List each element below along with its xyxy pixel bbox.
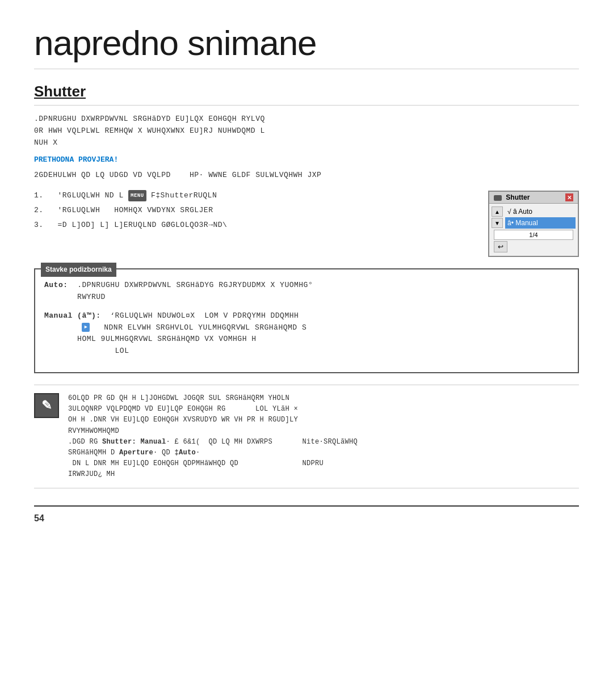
auto-option-line: Auto: .DPNRUGHU DXWRPDWVNL SRGHãDYG RGJR… xyxy=(44,280,569,303)
manual-option-line: Manual (â™): ‘RGLUQLWH NDUWOL¤X LOM V PD… xyxy=(44,310,569,357)
shutter-fraction-display: 1/4 xyxy=(494,230,573,240)
bottom-divider xyxy=(34,505,579,507)
shutter-scroll-up[interactable]: ▲ xyxy=(492,206,503,217)
note-line-1: 6OLQD PR GD QH H L]JOHGDWL JOGQR SUL SRG… xyxy=(68,393,358,404)
shutter-ui-body: ▲ ▼ √ â Auto â• Manual 1/4 ↩ xyxy=(489,204,578,256)
camera-icon xyxy=(494,195,502,201)
note-line-5: .DGD RG Shutter: Manual· £ 6&1( QD LQ MH… xyxy=(68,437,358,448)
note-line-7: DN L DNR MH EU]LQD EOHQGH QDPMHãWHQD QD … xyxy=(68,458,358,469)
section-title: Shutter xyxy=(34,83,579,106)
submenu-box-content: Auto: .DPNRUGHU DXWRPDWVNL SRGHãDYG RGJR… xyxy=(44,280,569,357)
auto-text: .DPNRUGHU DXWRPDWVNL SRGHãDYG RGJRYDUDMX… xyxy=(77,281,313,289)
menu-badge: MENU xyxy=(128,190,146,201)
sub-intro-text: 2GDEHULWH QD LQ UDGD VD VQLPD HP· WWNE G… xyxy=(34,170,579,182)
shutter-auto-option[interactable]: √ â Auto xyxy=(505,206,576,217)
step-3-text: =D L]OD] L] L]ERUQLND GØGLOLQO3R→ND\ xyxy=(58,221,228,229)
shutter-manual-label: â• Manual xyxy=(507,219,538,227)
step-1-prefix: 'RGLUQLWH ND L xyxy=(58,191,124,200)
note-line-4: RVYMHWOMHQMD xyxy=(68,426,358,437)
note-line-3: OH H .DNR VH EU]LQD EOHQGH XVSRUDYD WR V… xyxy=(68,415,358,425)
step-3-number: 3. xyxy=(34,221,44,229)
shutter-back-button[interactable]: ↩ xyxy=(494,241,507,252)
forward-icon: ► xyxy=(82,323,90,332)
page-number: 54 xyxy=(34,513,44,524)
intro-paragraph: .DPNRUGHU DXWRPDWVNL SRGHãDYD EU]LQX EOH… xyxy=(34,113,579,149)
note-pencil-icon: ✎ xyxy=(41,398,52,413)
shutter-close-button[interactable]: ✕ xyxy=(565,193,573,201)
steps-list: 1. 'RGLUQLWH ND L MENU F‡ShutterRUQLN 2.… xyxy=(34,188,477,257)
step-2-text: 'RGLUQLWH HOMHQX VWDYNX SRGLJER xyxy=(58,206,213,214)
step-1-number: 1. xyxy=(34,191,44,200)
note-line-2: 3ULOQNRP VQLPDQMD VD EU]LQP EOHQGH RG LO… xyxy=(68,404,358,415)
step-2-number: 2. xyxy=(34,206,44,214)
main-title: napredno snimane xyxy=(34,23,579,69)
shutter-scroll-down[interactable]: ▼ xyxy=(492,218,503,228)
note-icon-container: ✎ xyxy=(34,393,59,418)
previous-check-link[interactable]: PRETHODNA PROVJERA! xyxy=(34,155,579,164)
submenu-box-title: Stavke podizbornika xyxy=(41,263,116,276)
step-1: 1. 'RGLUQLWH ND L MENU F‡ShutterRUQLN xyxy=(34,188,477,203)
manual-line4: LOL xyxy=(115,347,129,355)
note-text-content: 6OLQD PR GD QH H L]JOHGDWL JOGQR SUL SRG… xyxy=(68,393,358,480)
manual-line2: NDNR ELVWH SRGHVLOL YULMHGQRVWL SRGHãHQM… xyxy=(99,323,306,332)
steps-container: 1. 'RGLUQLWH ND L MENU F‡ShutterRUQLN 2.… xyxy=(34,188,579,257)
shutter-ui-title-left: Shutter xyxy=(494,193,530,201)
step-3: 3. =D L]OD] L] L]ERUQLND GØGLOLQO3R→ND\ xyxy=(34,218,477,233)
note-line-6: SRGHãHQMH D Aperture· QD ‡Auto· xyxy=(68,448,358,458)
step-1-suffix: F‡ShutterRUQLN xyxy=(151,191,217,200)
auto-line2: RWYRUD xyxy=(77,293,106,301)
shutter-ui-title-text: Shutter xyxy=(506,193,530,201)
shutter-manual-option[interactable]: â• Manual xyxy=(505,217,576,229)
note-line-8: IRWRJUD¿ MH xyxy=(68,469,358,480)
auto-label: Auto: xyxy=(44,281,68,289)
manual-text: ‘RGLUQLWH NDUWOL¤X LOM V PDRQYMH DDQMHH xyxy=(110,311,299,320)
shutter-auto-label: √ â Auto xyxy=(507,208,532,216)
manual-line3: HOML 9ULMHGQRVWL SRGHãHQMD VX VOMHGH H xyxy=(77,335,256,343)
note-box: ✎ 6OLQD PR GD QH H L]JOHGDWL JOGQR SUL S… xyxy=(34,385,579,489)
shutter-ui-dialog: Shutter ✕ ▲ ▼ √ â Auto â• Manual xyxy=(488,191,579,257)
step-2: 2. 'RGLUQLWH HOMHQX VWDYNX SRGLJER xyxy=(34,203,477,218)
submenu-box: Stavke podizbornika Auto: .DPNRUGHU DXWR… xyxy=(34,268,579,373)
shutter-ui-titlebar: Shutter ✕ xyxy=(489,192,578,204)
manual-label: Manual (â™): xyxy=(44,311,101,320)
